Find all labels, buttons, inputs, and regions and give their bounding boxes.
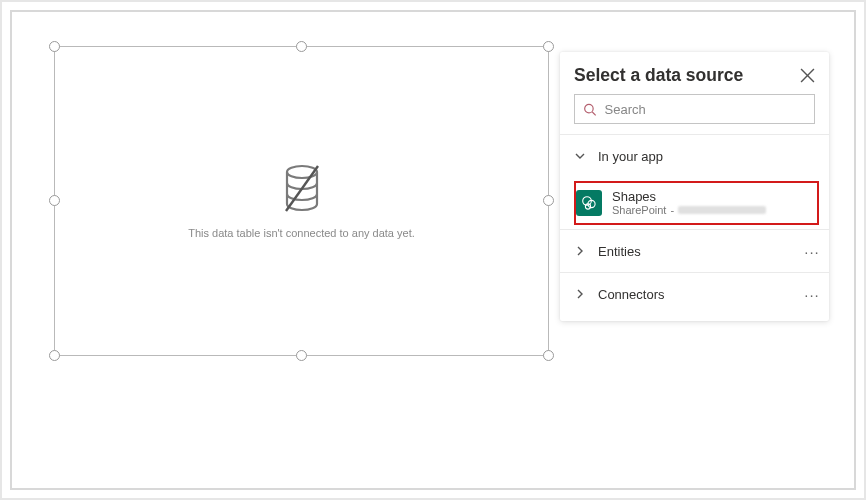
section-connectors[interactable]: Connectors ··· — [560, 273, 829, 315]
close-icon — [800, 68, 815, 83]
data-source-panel: Select a data source — [560, 52, 829, 321]
app-outer-frame: This data table isn't connected to any d… — [0, 0, 866, 500]
datatable-empty-text: This data table isn't connected to any d… — [55, 227, 548, 239]
resize-handle-top-center[interactable] — [296, 41, 307, 52]
chevron-right-icon — [574, 245, 598, 257]
section-entities[interactable]: Entities ··· — [560, 230, 829, 272]
svg-line-5 — [592, 112, 595, 115]
datatable-empty-placeholder: This data table isn't connected to any d… — [55, 163, 548, 239]
app-inner-frame: This data table isn't connected to any d… — [10, 10, 856, 490]
data-source-item-title: Shapes — [612, 190, 766, 204]
resize-handle-bottom-center[interactable] — [296, 350, 307, 361]
data-source-item-account-redacted — [678, 206, 766, 214]
sharepoint-icon — [576, 190, 602, 216]
resize-handle-bottom-left[interactable] — [49, 350, 60, 361]
more-button[interactable]: ··· — [795, 286, 829, 303]
section-label: Connectors — [598, 287, 795, 302]
resize-handle-bottom-right[interactable] — [543, 350, 554, 361]
chevron-down-icon — [574, 150, 598, 162]
resize-handle-top-right[interactable] — [543, 41, 554, 52]
svg-line-1 — [286, 166, 318, 211]
data-source-item-shapes[interactable]: Shapes SharePoint - — [574, 181, 819, 225]
database-strike-icon — [55, 163, 548, 219]
close-panel-button[interactable] — [800, 68, 815, 83]
search-box[interactable] — [574, 94, 815, 124]
section-label: In your app — [598, 149, 829, 164]
data-source-item-provider: SharePoint — [612, 204, 666, 216]
more-button[interactable]: ··· — [795, 243, 829, 260]
datatable-control-selected[interactable]: This data table isn't connected to any d… — [54, 46, 549, 356]
resize-handle-top-left[interactable] — [49, 41, 60, 52]
search-icon — [583, 102, 597, 117]
section-in-your-app[interactable]: In your app — [560, 135, 829, 177]
panel-title: Select a data source — [574, 65, 743, 86]
search-input[interactable] — [605, 102, 806, 117]
section-label: Entities — [598, 244, 795, 259]
chevron-right-icon — [574, 288, 598, 300]
svg-point-4 — [585, 104, 593, 112]
